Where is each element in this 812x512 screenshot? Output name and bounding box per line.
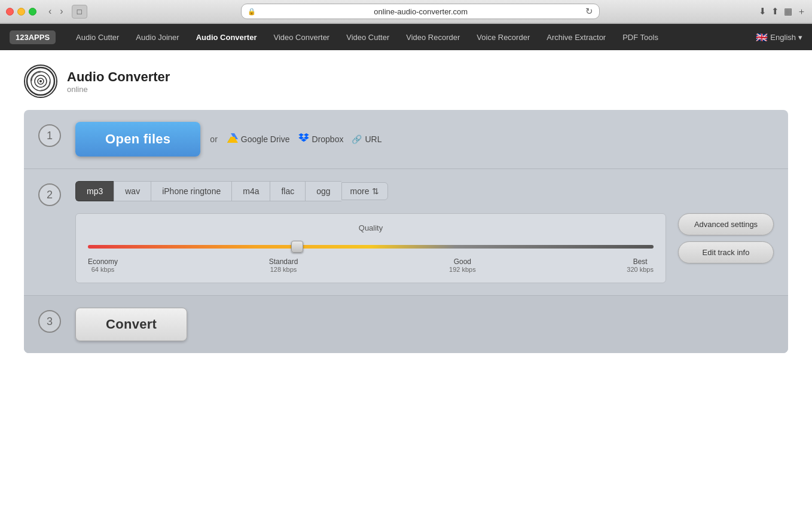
app-logo [24, 65, 57, 98]
window-controls [6, 8, 36, 16]
step-3-section: 3 Convert [24, 296, 788, 353]
side-buttons: Advanced settings Edit track info [678, 213, 774, 263]
window-close-button[interactable] [6, 8, 14, 16]
best-kbps: 320 kbps [627, 266, 654, 273]
browser-chrome: ‹ › □ 🔒 online-audio-converter.com ↻ ⬇ ⬆… [0, 0, 812, 24]
more-label: more [350, 186, 370, 196]
quality-best: Best 320 kbps [627, 257, 654, 273]
chevron-up-down-icon: ⇅ [372, 186, 379, 196]
url-text: online-audio-converter.com [258, 7, 583, 16]
step-2-number: 2 [38, 183, 61, 206]
step-1-number: 1 [38, 124, 61, 147]
format-tab-wav[interactable]: wav [114, 181, 151, 201]
nav-video-cutter[interactable]: Video Cutter [338, 24, 398, 50]
quality-label: Quality [88, 223, 654, 232]
step-2-content: mp3 wav iPhone ringtone m4a flac ogg mor… [75, 181, 774, 283]
dropbox-icon [298, 133, 309, 145]
dropbox-svg [298, 133, 309, 143]
url-icon: 🔗 [352, 134, 362, 144]
quality-box: Quality Economy 64 kbps [75, 213, 666, 283]
format-tab-m4a[interactable]: m4a [231, 181, 270, 201]
step-2-section: 2 mp3 wav iPhone ringtone m4a flac ogg m… [24, 169, 788, 296]
step-3-number: 3 [38, 310, 61, 333]
best-label: Best [627, 257, 654, 266]
convert-button[interactable]: Convert [75, 308, 187, 341]
format-tab-mp3[interactable]: mp3 [75, 181, 114, 201]
nav-voice-recorder[interactable]: Voice Recorder [468, 24, 538, 50]
or-text: or [210, 134, 217, 144]
vinyl-icon [26, 66, 56, 96]
app-subtitle: online [67, 85, 170, 94]
dropbox-link[interactable]: Dropbox [298, 133, 344, 145]
language-label: English [770, 33, 796, 42]
gdrive-svg [227, 133, 238, 143]
quality-standard: Standard 128 kbps [269, 257, 298, 273]
nav-right: 🇬🇧 English ▾ [756, 32, 802, 43]
step-3-content: Convert [75, 308, 774, 341]
economy-label: Economy [88, 257, 118, 266]
app-title: Audio Converter [67, 69, 170, 85]
standard-label: Standard [269, 257, 298, 266]
quality-markers: Economy 64 kbps Standard 128 kbps Good 1… [88, 257, 654, 273]
browser-titlebar: ‹ › □ 🔒 online-audio-converter.com ↻ ⬇ ⬆… [0, 0, 812, 23]
slider-thumb [291, 241, 303, 253]
good-label: Good [449, 257, 476, 266]
step-1-row: Open files or [75, 122, 774, 157]
google-drive-label: Google Drive [241, 134, 290, 144]
app-header: Audio Converter online [0, 50, 812, 110]
page-content: Audio Converter online 1 Open files or [0, 50, 812, 512]
nav-video-converter[interactable]: Video Converter [265, 24, 338, 50]
browser-nav-buttons: ‹ › [45, 5, 67, 18]
standard-kbps: 128 kbps [269, 266, 298, 273]
url-label: URL [365, 134, 381, 144]
flag-icon: 🇬🇧 [756, 32, 768, 43]
language-selector[interactable]: 🇬🇧 English ▾ [756, 32, 802, 43]
svg-marker-8 [298, 133, 304, 137]
nav-archive-extractor[interactable]: Archive Extractor [538, 24, 614, 50]
forward-button[interactable]: › [56, 5, 66, 18]
nav-pdf-tools[interactable]: PDF Tools [614, 24, 667, 50]
quality-good: Good 192 kbps [449, 257, 476, 273]
nav-audio-joiner[interactable]: Audio Joiner [127, 24, 187, 50]
edit-track-info-button[interactable]: Edit track info [678, 241, 774, 263]
format-tab-more[interactable]: more ⇅ [341, 182, 388, 200]
window-minimize-button[interactable] [17, 8, 25, 16]
download-button[interactable]: ⬇ [759, 6, 767, 17]
converter-wrapper: 1 Open files or [24, 110, 788, 353]
advanced-settings-button[interactable]: Advanced settings [678, 213, 774, 235]
back-button[interactable]: ‹ [45, 5, 55, 18]
reload-button[interactable]: ↻ [585, 6, 593, 17]
quality-slider-wrap [88, 241, 654, 253]
step-1-section: 1 Open files or [24, 110, 788, 169]
quality-row: Quality Economy 64 kbps [75, 213, 774, 283]
quality-economy: Economy 64 kbps [88, 257, 118, 273]
nav-audio-converter[interactable]: Audio Converter [188, 24, 265, 50]
nav-audio-cutter[interactable]: Audio Cutter [68, 24, 127, 50]
lock-icon: 🔒 [248, 8, 256, 16]
app-navigation: 123APPS Audio Cutter Audio Joiner Audio … [0, 24, 812, 50]
good-kbps: 192 kbps [449, 266, 476, 273]
browser-actions: ⬇ ⬆ ▦ ＋ [759, 6, 806, 17]
format-tab-iphone-ringtone[interactable]: iPhone ringtone [151, 181, 231, 201]
format-tab-flac[interactable]: flac [270, 181, 305, 201]
brand-logo[interactable]: 123APPS [10, 30, 56, 44]
cloud-links: Google Drive [227, 133, 382, 145]
new-tab-button[interactable]: ＋ [797, 6, 806, 17]
svg-point-4 [39, 80, 42, 82]
share-button[interactable]: ⬆ [771, 6, 779, 17]
tab-view-button[interactable]: □ [72, 5, 87, 19]
google-drive-icon [227, 133, 238, 145]
svg-marker-9 [304, 133, 309, 137]
tabs-button[interactable]: ▦ [784, 6, 792, 17]
nav-links: Audio Cutter Audio Joiner Audio Converte… [68, 24, 756, 50]
app-title-block: Audio Converter online [67, 69, 170, 94]
url-link[interactable]: 🔗 URL [352, 134, 381, 144]
nav-video-recorder[interactable]: Video Recorder [398, 24, 468, 50]
dropbox-label: Dropbox [312, 134, 344, 144]
open-files-button[interactable]: Open files [75, 122, 200, 157]
format-tabs: mp3 wav iPhone ringtone m4a flac ogg mor… [75, 181, 774, 201]
format-tab-ogg[interactable]: ogg [305, 181, 341, 201]
google-drive-link[interactable]: Google Drive [227, 133, 290, 145]
window-maximize-button[interactable] [29, 8, 36, 16]
address-bar[interactable]: 🔒 online-audio-converter.com ↻ [241, 4, 600, 19]
